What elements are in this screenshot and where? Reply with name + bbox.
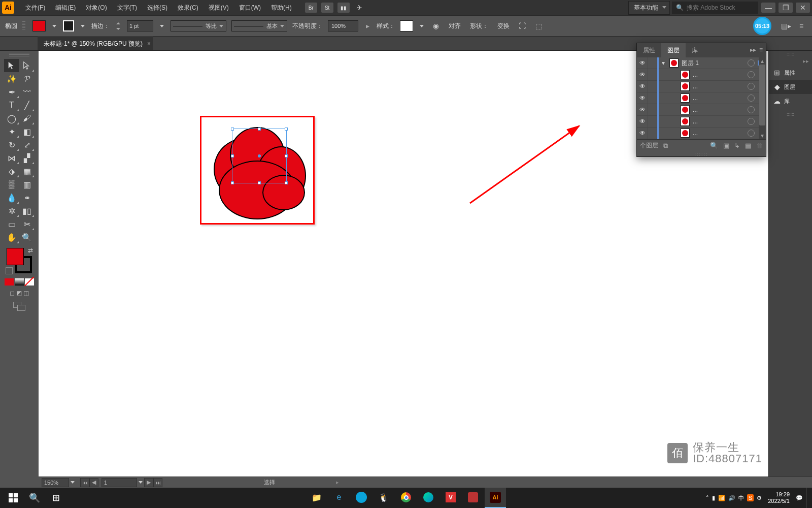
fill-color[interactable] bbox=[7, 248, 24, 265]
opacity-input[interactable]: 100% bbox=[328, 20, 358, 31]
draw-behind-icon[interactable]: ◩ bbox=[16, 290, 22, 297]
artboard-tool[interactable]: ▭ bbox=[4, 217, 19, 231]
panel-tab-properties[interactable]: 属性 bbox=[637, 43, 661, 57]
menu-effect[interactable]: 效果(C) bbox=[173, 0, 204, 15]
zoom-input[interactable]: 150% bbox=[42, 478, 69, 487]
selection-handle[interactable] bbox=[231, 128, 234, 131]
tray-wifi-icon[interactable]: 📶 bbox=[718, 495, 725, 501]
isolate-icon[interactable]: ⛶ bbox=[517, 20, 528, 31]
hand-tool[interactable]: ✋ bbox=[4, 231, 19, 244]
align-button[interactable]: 对齐 bbox=[447, 20, 463, 32]
fill-stroke-control[interactable]: ⇄ bbox=[7, 248, 32, 273]
blend-tool[interactable]: ⚭ bbox=[19, 191, 35, 204]
stroke-weight-dropdown[interactable] bbox=[158, 20, 165, 31]
lock-toggle[interactable] bbox=[648, 81, 657, 92]
visibility-toggle-icon[interactable]: 👁 bbox=[637, 69, 648, 80]
taskbar-qq[interactable]: 🐧 bbox=[373, 488, 394, 508]
screen-mode-icon[interactable] bbox=[13, 302, 25, 311]
tray-chevron-icon[interactable]: ˄ bbox=[706, 495, 709, 501]
taskbar-edge[interactable] bbox=[418, 488, 439, 508]
panel-tab-libraries[interactable]: 库 bbox=[686, 43, 704, 57]
menu-window[interactable]: 窗口(W) bbox=[234, 0, 266, 15]
layer-name[interactable]: ... bbox=[692, 83, 748, 90]
rotate-tool[interactable]: ↻ bbox=[4, 138, 19, 151]
stroke-weight-spinner[interactable] bbox=[115, 20, 122, 31]
slice-tool[interactable]: ✂ bbox=[19, 217, 35, 231]
mesh-tool[interactable]: ▒ bbox=[4, 178, 19, 191]
taskbar-app-camera[interactable] bbox=[462, 488, 484, 508]
target-icon[interactable] bbox=[748, 106, 755, 113]
zoom-tool[interactable]: 🔍 bbox=[19, 231, 35, 244]
fill-swatch[interactable] bbox=[32, 20, 46, 31]
tray-notifications-icon[interactable]: 💬 bbox=[796, 495, 803, 501]
sublayer-row[interactable]: 👁 ... bbox=[637, 116, 766, 128]
shape-builder-tool[interactable]: ⬗ bbox=[4, 165, 19, 178]
target-icon[interactable] bbox=[748, 130, 755, 137]
opacity-more[interactable] bbox=[363, 20, 371, 31]
lock-toggle[interactable] bbox=[648, 69, 657, 80]
width-tool[interactable]: ⋈ bbox=[4, 151, 19, 165]
lock-toggle[interactable] bbox=[648, 128, 657, 139]
lock-toggle[interactable] bbox=[648, 104, 657, 115]
stock-icon[interactable]: St bbox=[321, 3, 333, 13]
selection-handle[interactable] bbox=[258, 181, 261, 184]
artboard-dropdown[interactable] bbox=[137, 477, 144, 488]
edit-icon[interactable]: ⬚ bbox=[533, 20, 544, 31]
dock-layers[interactable]: ◆ 图层 bbox=[769, 80, 812, 94]
dock-libraries[interactable]: ☁ 库 bbox=[769, 94, 812, 108]
tray-ime[interactable]: 中 bbox=[738, 494, 744, 502]
target-icon[interactable] bbox=[748, 83, 755, 90]
visibility-toggle-icon[interactable]: 👁 bbox=[637, 92, 648, 104]
taskbar-explorer[interactable]: 📁 bbox=[306, 488, 327, 508]
sublayer-row[interactable]: 👁 ... bbox=[637, 104, 766, 116]
visibility-toggle-icon[interactable]: 👁 bbox=[637, 57, 648, 69]
taskbar-search-icon[interactable]: 🔍 bbox=[24, 488, 45, 508]
new-sublayer-icon[interactable]: ↳ bbox=[734, 142, 740, 149]
artboard-first-icon[interactable]: ⏮ bbox=[80, 478, 89, 487]
swap-fill-stroke-icon[interactable]: ⇄ bbox=[28, 247, 33, 254]
type-tool[interactable]: T bbox=[4, 99, 19, 112]
selection-handle[interactable] bbox=[231, 154, 234, 157]
panel-bottom-grip[interactable]: :::::: bbox=[637, 151, 766, 156]
task-view-icon[interactable]: ⊞ bbox=[46, 488, 66, 508]
gradient-tool[interactable]: ▥ bbox=[19, 178, 35, 191]
brush-dropdown[interactable]: 基本 bbox=[231, 20, 287, 31]
panel-scrollbar[interactable]: ▴ ▾ bbox=[759, 57, 766, 139]
layer-expand-icon[interactable]: ▾ bbox=[659, 59, 667, 67]
menu-edit[interactable]: 编辑(E) bbox=[50, 0, 81, 15]
selection-handle[interactable] bbox=[231, 181, 234, 184]
arrange-icon[interactable]: ▮▮ bbox=[337, 3, 350, 13]
target-icon[interactable] bbox=[748, 59, 755, 67]
draw-normal-icon[interactable]: ◻ bbox=[10, 290, 15, 297]
menu-select[interactable]: 选择(S) bbox=[142, 0, 173, 15]
visibility-toggle-icon[interactable]: 👁 bbox=[637, 128, 648, 139]
taskbar-chrome[interactable] bbox=[395, 488, 417, 508]
window-close[interactable]: ✕ bbox=[796, 3, 810, 13]
layer-row[interactable]: 👁 ▾ 图层 1 bbox=[637, 57, 766, 69]
visibility-toggle-icon[interactable]: 👁 bbox=[637, 116, 648, 127]
dock-collapse-icon[interactable]: ▸▸ bbox=[769, 57, 812, 66]
graph-tool[interactable]: ▮▯ bbox=[19, 204, 35, 217]
make-clipping-mask-icon[interactable]: ▣ bbox=[723, 142, 729, 149]
panel-collapse-icon[interactable]: ▸▸ bbox=[750, 46, 756, 53]
layer-name[interactable]: ... bbox=[692, 130, 748, 137]
tray-volume-icon[interactable]: 🔊 bbox=[728, 495, 735, 501]
selection-handle[interactable] bbox=[285, 128, 288, 131]
shaper-tool[interactable]: ✦ bbox=[4, 125, 19, 138]
target-icon[interactable] bbox=[748, 71, 755, 78]
target-icon[interactable] bbox=[748, 118, 755, 125]
dock-properties[interactable]: ⊞ 属性 bbox=[769, 66, 812, 80]
shape-button[interactable]: 形状： bbox=[468, 20, 490, 32]
magic-wand-tool[interactable]: ✨ bbox=[4, 72, 19, 85]
stroke-swatch[interactable] bbox=[63, 20, 74, 31]
lasso-tool[interactable]: 𝓟 bbox=[19, 72, 35, 85]
start-button[interactable] bbox=[3, 488, 23, 508]
menu-help[interactable]: 帮助(H) bbox=[266, 0, 297, 15]
draw-inside-icon[interactable]: ◫ bbox=[23, 290, 29, 297]
artboard-last-icon[interactable]: ⏭ bbox=[153, 478, 162, 487]
target-icon[interactable] bbox=[748, 94, 755, 102]
new-layer-icon[interactable]: ▤ bbox=[745, 142, 751, 149]
dock-grip[interactable]: :::::: bbox=[769, 51, 812, 57]
perspective-tool[interactable]: ▦ bbox=[19, 165, 35, 178]
lock-toggle[interactable] bbox=[648, 57, 657, 69]
